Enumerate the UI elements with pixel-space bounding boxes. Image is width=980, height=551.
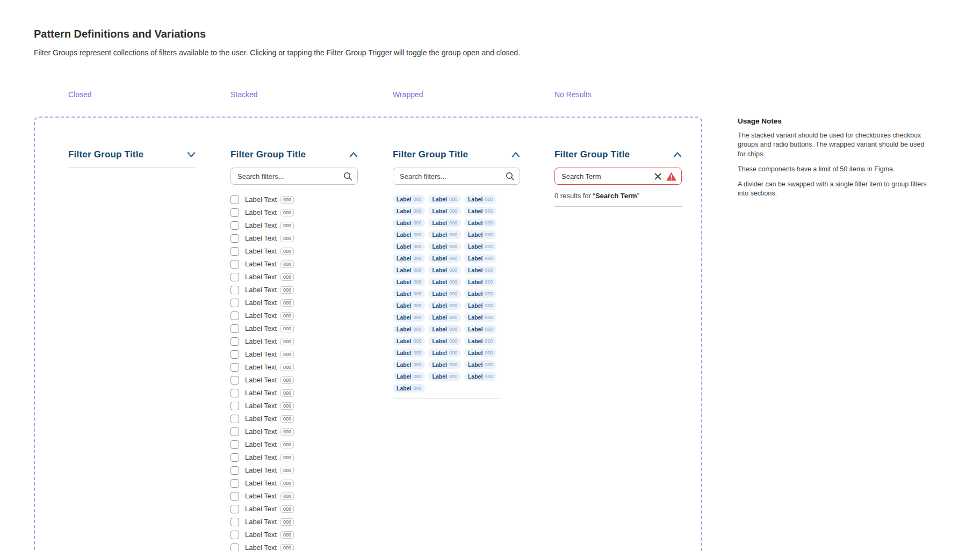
filter-checkbox-item[interactable]: Label Text000 <box>230 311 358 320</box>
filter-checkbox-item[interactable]: Label Text000 <box>230 504 358 513</box>
filter-checkbox-item[interactable]: Label Text000 <box>230 401 358 410</box>
checkbox[interactable] <box>230 247 239 256</box>
filter-checkbox-item[interactable]: Label Text000 <box>230 388 358 397</box>
checkbox[interactable] <box>230 363 239 372</box>
filter-chip[interactable]: Label000 <box>464 289 496 298</box>
filter-chip[interactable]: Label000 <box>428 230 460 239</box>
filter-chip[interactable]: Label000 <box>428 219 460 227</box>
checkbox[interactable] <box>230 260 239 269</box>
checkbox[interactable] <box>230 311 239 320</box>
filter-checkbox-item[interactable]: Label Text000 <box>230 272 358 281</box>
checkbox[interactable] <box>230 324 239 333</box>
filter-checkbox-item[interactable]: Label Text000 <box>230 530 358 539</box>
filter-chip[interactable]: Label000 <box>428 337 460 345</box>
filter-checkbox-item[interactable]: Label Text000 <box>230 247 358 256</box>
filter-chip[interactable]: Label000 <box>464 219 496 227</box>
filter-chip[interactable]: Label000 <box>393 219 425 227</box>
filter-checkbox-item[interactable]: Label Text000 <box>230 466 358 475</box>
filter-checkbox-item[interactable]: Label Text000 <box>230 324 358 333</box>
filter-checkbox-item[interactable]: Label Text000 <box>230 285 358 294</box>
checkbox[interactable] <box>230 402 239 410</box>
filter-chip[interactable]: Label000 <box>428 360 460 369</box>
checkbox[interactable] <box>230 415 239 423</box>
filter-chip[interactable]: Label000 <box>428 254 460 263</box>
checkbox[interactable] <box>230 208 239 217</box>
filter-checkbox-item[interactable]: Label Text000 <box>230 491 358 501</box>
filter-checkbox-item[interactable]: Label Text000 <box>230 350 358 359</box>
filter-checkbox-item[interactable]: Label Text000 <box>230 234 358 243</box>
filter-chip[interactable]: Label000 <box>393 289 425 298</box>
filter-chip[interactable]: Label000 <box>428 313 460 322</box>
search-input[interactable] <box>230 168 358 185</box>
filter-chip[interactable]: Label000 <box>393 360 425 369</box>
checkbox[interactable] <box>230 427 239 436</box>
checkbox[interactable] <box>230 337 239 346</box>
filter-chip[interactable]: Label000 <box>464 337 496 345</box>
filter-checkbox-item[interactable]: Label Text000 <box>230 427 358 436</box>
filter-checkbox-item[interactable]: Label Text000 <box>230 440 358 449</box>
filter-checkbox-item[interactable]: Label Text000 <box>230 375 358 385</box>
checkbox[interactable] <box>230 505 239 513</box>
checkbox[interactable] <box>230 195 239 204</box>
checkbox[interactable] <box>230 299 239 307</box>
filter-checkbox-item[interactable]: Label Text000 <box>230 517 358 526</box>
filter-chip[interactable]: Label000 <box>393 372 425 381</box>
checkbox[interactable] <box>230 518 239 526</box>
filter-chip[interactable]: Label000 <box>428 349 460 357</box>
filter-chip[interactable]: Label000 <box>393 349 425 357</box>
filter-group-trigger[interactable]: Filter Group Title <box>393 149 520 161</box>
filter-chip[interactable]: Label000 <box>428 242 460 251</box>
filter-chip[interactable]: Label000 <box>428 301 460 310</box>
filter-checkbox-item[interactable]: Label Text000 <box>230 337 358 346</box>
filter-chip[interactable]: Label000 <box>393 254 425 263</box>
filter-chip[interactable]: Label000 <box>393 301 425 310</box>
filter-chip[interactable]: Label000 <box>464 372 496 381</box>
clear-search-icon[interactable] <box>654 173 661 180</box>
filter-checkbox-item[interactable]: Label Text000 <box>230 298 358 307</box>
filter-chip[interactable]: Label000 <box>464 254 496 263</box>
filter-chip[interactable]: Label000 <box>464 325 496 334</box>
filter-checkbox-item[interactable]: Label Text000 <box>230 195 358 204</box>
checkbox[interactable] <box>230 453 239 462</box>
filter-checkbox-item[interactable]: Label Text000 <box>230 543 358 551</box>
filter-chip[interactable]: Label000 <box>393 325 425 334</box>
checkbox[interactable] <box>230 466 239 475</box>
filter-checkbox-item[interactable]: Label Text000 <box>230 363 358 372</box>
filter-chip[interactable]: Label000 <box>464 266 496 274</box>
filter-chip[interactable]: Label000 <box>464 207 496 215</box>
filter-chip[interactable]: Label000 <box>464 313 496 322</box>
filter-checkbox-item[interactable]: Label Text000 <box>230 259 358 269</box>
filter-chip[interactable]: Label000 <box>393 195 425 204</box>
checkbox[interactable] <box>230 234 239 243</box>
filter-chip[interactable]: Label000 <box>428 278 460 286</box>
checkbox[interactable] <box>230 286 239 294</box>
filter-chip[interactable]: Label000 <box>464 360 496 369</box>
filter-chip[interactable]: Label000 <box>393 313 425 322</box>
filter-chip[interactable]: Label000 <box>464 278 496 286</box>
filter-chip[interactable]: Label000 <box>464 349 496 357</box>
filter-chip[interactable]: Label000 <box>393 266 425 274</box>
filter-group-trigger[interactable]: Filter Group Title <box>554 149 682 161</box>
checkbox[interactable] <box>230 376 239 385</box>
filter-chip[interactable]: Label000 <box>428 289 460 298</box>
filter-chip[interactable]: Label000 <box>464 230 496 239</box>
filter-chip[interactable]: Label000 <box>393 384 425 393</box>
filter-chip[interactable]: Label000 <box>428 207 460 215</box>
filter-chip[interactable]: Label000 <box>464 301 496 310</box>
checkbox[interactable] <box>230 543 239 551</box>
filter-chip[interactable]: Label000 <box>393 230 425 239</box>
checkbox[interactable] <box>230 492 239 501</box>
filter-checkbox-item[interactable]: Label Text000 <box>230 221 358 230</box>
filter-chip[interactable]: Label000 <box>393 242 425 251</box>
checkbox[interactable] <box>230 221 239 230</box>
filter-checkbox-item[interactable]: Label Text000 <box>230 453 358 462</box>
filter-group-trigger[interactable]: Filter Group Title <box>68 149 196 161</box>
filter-chip[interactable]: Label000 <box>428 266 460 274</box>
filter-chip[interactable]: Label000 <box>393 337 425 345</box>
checkbox[interactable] <box>230 273 239 281</box>
checkbox[interactable] <box>230 531 239 539</box>
search-input[interactable] <box>393 168 520 185</box>
filter-chip[interactable]: Label000 <box>428 325 460 334</box>
filter-checkbox-item[interactable]: Label Text000 <box>230 479 358 488</box>
checkbox[interactable] <box>230 479 239 488</box>
